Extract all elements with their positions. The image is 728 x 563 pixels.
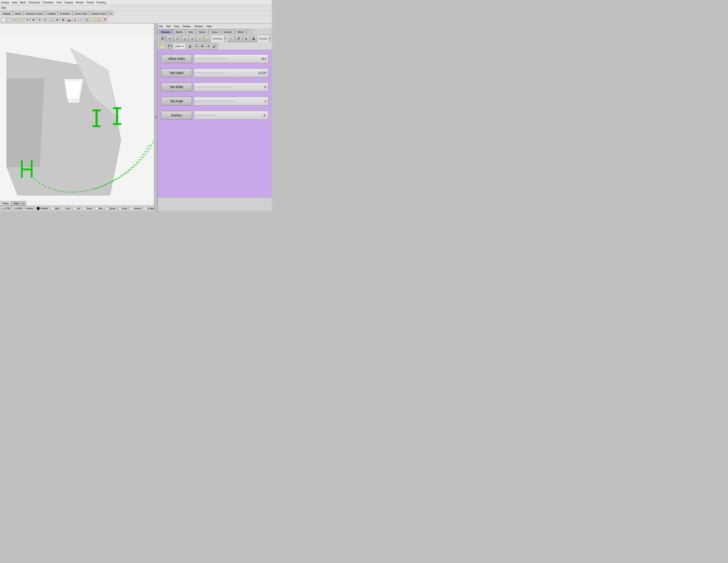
- panel-menu-display[interactable]: Display: [183, 25, 191, 28]
- scale-btn[interactable]: ⊕: [31, 17, 36, 22]
- text-prim-btn[interactable]: A: [250, 36, 257, 42]
- menu-render[interactable]: Render: [76, 1, 84, 4]
- tab-width-field[interactable]: 0: [194, 83, 268, 91]
- param-row-dashes: Dashes 0.: [161, 111, 268, 120]
- menu-mesh[interactable]: Mesh: [20, 1, 26, 4]
- seven-prim-btn[interactable]: 7: [235, 36, 242, 42]
- tab-depth-field[interactable]: 0.170: [194, 68, 268, 77]
- new-btn[interactable]: 📄: [1, 17, 6, 22]
- view-tab-front[interactable]: Front: [0, 201, 11, 205]
- snap-cen[interactable]: Cen: [61, 206, 72, 211]
- panel-tab-extra[interactable]: [246, 29, 252, 34]
- primitive-icons: ○ 7 ⏸ A: [228, 36, 257, 42]
- menu-transform[interactable]: Transform: [43, 1, 54, 4]
- menu-solid[interactable]: Solid: [12, 1, 17, 4]
- light-btn[interactable]: 💡: [90, 17, 96, 22]
- offset-holes-value: -0.4: [261, 57, 266, 60]
- view-btn[interactable]: 👁: [199, 43, 206, 49]
- offset-holes-field[interactable]: -0.4: [194, 54, 268, 63]
- tab-viewport-layout[interactable]: Viewport Layout: [24, 11, 45, 16]
- tab-angle-field[interactable]: 1: [194, 97, 268, 105]
- panel-tab-sets[interactable]: Sets: [185, 29, 196, 34]
- mesh-btn[interactable]: ⌀: [72, 17, 78, 22]
- octagon-icon-btn[interactable]: ⬡: [174, 36, 181, 42]
- triangle-icon-btn[interactable]: △: [181, 36, 188, 42]
- car-btn[interactable]: 🚗: [66, 17, 72, 22]
- panel-tab-maths[interactable]: Maths: [173, 29, 185, 34]
- zoom-btn[interactable]: 🔍: [49, 17, 54, 22]
- dashes-btn[interactable]: Dashes: [161, 111, 192, 120]
- add-view-button[interactable]: +: [22, 201, 26, 205]
- panel-menu-edit[interactable]: Edit: [166, 25, 171, 28]
- tab-width-btn[interactable]: Tab Width: [161, 83, 192, 91]
- circle-btn[interactable]: ○: [78, 17, 84, 22]
- pan-btn[interactable]: ✋: [19, 17, 24, 22]
- fit-btn[interactable]: ⊞: [186, 43, 194, 49]
- dashes-field[interactable]: 0.: [194, 111, 268, 120]
- point-btn[interactable]: ⊡: [84, 17, 90, 22]
- zoom2-btn[interactable]: ⊛: [54, 17, 60, 22]
- menu-paneling[interactable]: Paneling: [97, 1, 106, 4]
- menu-dimension[interactable]: Dimension: [28, 1, 40, 4]
- diamond-icon-btn[interactable]: ◇: [189, 36, 196, 42]
- menu-panels[interactable]: Panels: [86, 1, 94, 4]
- snap-project[interactable]: Project: [143, 206, 154, 211]
- primitive-expand-btn[interactable]: +: [269, 36, 271, 42]
- panel-menu-help[interactable]: Help: [206, 25, 212, 28]
- snap-int[interactable]: Int: [72, 206, 82, 211]
- rotate-btn[interactable]: ↺: [37, 17, 42, 22]
- folder-btn[interactable]: 📁: [159, 43, 165, 49]
- paste-btn[interactable]: 📋: [7, 17, 12, 22]
- snap-vertex[interactable]: Vertex: [129, 206, 143, 211]
- undo-btn[interactable]: ↩: [13, 17, 18, 22]
- scroll-divider[interactable]: [154, 24, 157, 211]
- snap-quad[interactable]: Quad: [104, 206, 117, 211]
- teardrop-icon-btn[interactable]: ♡: [196, 36, 203, 42]
- brush-btn[interactable]: 🖌: [211, 43, 218, 49]
- tab-depth-btn[interactable]: Tab Depth: [161, 68, 192, 77]
- pause-prim-btn[interactable]: ⏸: [243, 36, 250, 42]
- tab-visibility[interactable]: Visibility: [45, 11, 58, 16]
- menu-tools[interactable]: Tools: [56, 1, 62, 4]
- snap-mid[interactable]: Mid: [50, 206, 61, 211]
- zoom-dropdown[interactable]: 195% ▼: [174, 44, 185, 49]
- flag-btn[interactable]: ⚑: [102, 17, 107, 22]
- panel-menu-solution[interactable]: Solution: [194, 25, 203, 28]
- toolbar-tabs: Display Select Viewport Layout Visibilit…: [0, 11, 272, 16]
- key-icon-btn[interactable]: 🔑: [204, 36, 211, 42]
- panel-tab-params[interactable]: Params: [158, 29, 173, 34]
- tab-s[interactable]: S: [108, 11, 113, 16]
- circle-prim-btn[interactable]: ○: [228, 36, 235, 42]
- snap-knot[interactable]: Knot: [117, 206, 129, 211]
- viewport[interactable]: Front Right + y -2.702 z 0.000 Inches De…: [0, 24, 154, 211]
- tab-curve-tools[interactable]: Curve Tools: [73, 11, 89, 16]
- grid-btn[interactable]: ⊞: [60, 17, 66, 22]
- tab-surface-tools[interactable]: Surface Tools: [89, 11, 108, 16]
- tab-select[interactable]: Select: [13, 11, 24, 16]
- tab-angle-btn[interactable]: Tab Angle: [161, 97, 192, 105]
- panel-menu-file[interactable]: File: [159, 25, 163, 28]
- move-btn[interactable]: ✛: [25, 17, 30, 22]
- lock-btn[interactable]: 🔒: [96, 17, 101, 22]
- panel-tab-vector[interactable]: Vector: [196, 29, 208, 34]
- tab-transform[interactable]: Transform: [58, 11, 73, 16]
- geometry-expand-btn[interactable]: +: [224, 36, 226, 42]
- panel-tab-curve[interactable]: Curve: [208, 29, 221, 34]
- view-dropdown-btn[interactable]: ▼: [207, 43, 210, 49]
- orbit-btn[interactable]: ⊙: [43, 17, 48, 22]
- pencil-icon-btn[interactable]: ✏: [166, 36, 173, 42]
- snap-perp[interactable]: Perp: [82, 206, 94, 211]
- panel-tab-mesh[interactable]: Mesh: [235, 29, 246, 34]
- param-row-tab-angle: Tab Angle 1: [161, 97, 268, 105]
- view-tab-right[interactable]: Right: [11, 201, 22, 205]
- panel-menu-view[interactable]: View: [174, 25, 179, 28]
- tab-display[interactable]: Display: [1, 11, 13, 16]
- menu-analyze[interactable]: Analyze: [65, 1, 73, 4]
- menu-surface[interactable]: Surface: [1, 1, 9, 4]
- offset-holes-btn[interactable]: Offset Holes: [161, 54, 192, 63]
- close-geo-btn[interactable]: ✕: [159, 36, 166, 42]
- snap-tan[interactable]: Tan: [94, 206, 105, 211]
- panel-tab-surface[interactable]: Surface: [221, 29, 235, 34]
- fit-dropdown-btn[interactable]: ▼: [195, 43, 198, 49]
- save-btn[interactable]: 💾: [166, 43, 173, 49]
